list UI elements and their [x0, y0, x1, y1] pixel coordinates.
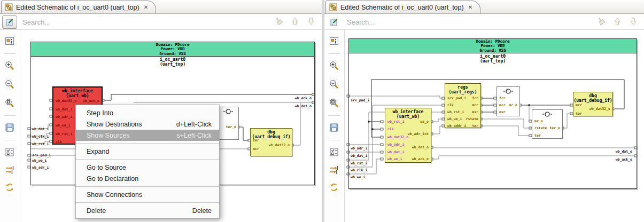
refresh-button[interactable] — [327, 180, 342, 194]
port-label[interactable]: mr_o — [509, 104, 517, 107]
gate-symbol-icon — [223, 109, 233, 114]
port-label[interactable]: we_o — [420, 120, 429, 124]
search-next-icon[interactable] — [629, 17, 638, 26]
zoom-fit-button[interactable] — [2, 96, 17, 110]
port-label[interactable]: mcr — [499, 104, 506, 107]
port-label[interactable]: msr — [472, 110, 478, 114]
menu-item-go-to-source[interactable]: Go to Source — [76, 162, 219, 173]
tab-title: Edited Schematic of i_oc_uart0 (uart_top… — [16, 4, 139, 11]
schematic-canvas[interactable]: Domain: PDcore Power: VDD Ground: VSS i_… — [345, 30, 644, 222]
properties-icon — [329, 36, 339, 46]
port-label[interactable]: wb_dat32_o — [269, 144, 290, 147]
menu-item-show-connections[interactable]: Show Connections — [76, 189, 219, 200]
menu-item-go-to-declaration[interactable]: Go to Declaration — [76, 173, 219, 184]
clear-search-icon[interactable] — [596, 17, 606, 26]
port-label[interactable]: fcr — [472, 97, 478, 100]
port-label[interactable]: mcr — [472, 104, 478, 107]
port-label[interactable]: wb_dat32_o — [56, 99, 76, 103]
zoom-out-button[interactable] — [327, 77, 342, 91]
port-label[interactable]: wb_adr_i — [56, 115, 72, 119]
port-label[interactable]: clk — [447, 104, 454, 107]
zoom-in-button[interactable] — [2, 59, 17, 73]
port-label[interactable]: wb_dat32_o — [387, 136, 408, 139]
port-label[interactable]: ter — [534, 134, 541, 138]
port-label[interactable]: wb_dat_o — [412, 146, 429, 149]
toolbar-separator — [328, 115, 340, 116]
menu-item-delete[interactable]: DeleteDelete — [76, 205, 219, 216]
tab-edited-schematic[interactable]: Edited Schematic of i_oc_uart0 (uart_top… — [1, 1, 156, 13]
port-label[interactable]: mcr — [576, 104, 582, 107]
block-dbg[interactable]: dbg (uart_debug_if) mcr ter wb_dat32_o — [573, 92, 613, 116]
search-filter-button[interactable] — [2, 15, 17, 29]
properties-button[interactable] — [327, 34, 342, 48]
port-label[interactable]: wb_we_i — [447, 117, 462, 121]
block-symbol[interactable]: mr_o rstate ter ter_o — [532, 109, 563, 139]
show-ports-button[interactable] — [2, 163, 17, 177]
block-dbg[interactable]: dbg (uart_debug_if) ter mcr wb_dat32_o — [250, 128, 292, 156]
save-button[interactable] — [327, 121, 342, 134]
refresh-button[interactable] — [2, 180, 17, 194]
menu-item-expand[interactable]: Expand — [76, 146, 219, 157]
port-label[interactable]: wb_rst_i — [447, 110, 464, 114]
search-input[interactable] — [346, 15, 551, 28]
zoom-fit-button[interactable] — [327, 96, 342, 110]
show-ports-button[interactable] — [327, 163, 342, 177]
port-label[interactable]: wb_dat32_o — [589, 107, 610, 111]
schematic-toolbar — [324, 30, 345, 222]
block-title: dbg — [251, 129, 292, 134]
block-symbol[interactable]: fcr mcr msr mr_o — [496, 86, 520, 116]
port-label[interactable]: msr — [499, 110, 506, 114]
view-options-button[interactable] — [327, 145, 342, 159]
port-label[interactable]: clk — [56, 140, 62, 144]
port-label[interactable]: wb_dat_i — [387, 150, 404, 154]
port-label[interactable]: ter — [253, 139, 259, 142]
port-label[interactable]: clk — [387, 128, 394, 131]
tab-close-icon[interactable]: ✕ — [144, 4, 148, 10]
port-label[interactable]: ter — [576, 112, 582, 116]
port-arrows-icon — [4, 164, 15, 175]
port-label[interactable]: wb_ack_o — [83, 99, 99, 103]
menu-item-show-destinations[interactable]: Show Destinationsd+Left-Click — [76, 118, 219, 130]
tab-edited-schematic[interactable]: Edited Schematic of i_oc_uart0 (uart_top… — [325, 1, 480, 13]
tab-close-icon[interactable]: ✕ — [468, 4, 472, 10]
search-input[interactable] — [21, 15, 227, 28]
block-title: wb_interface — [385, 108, 431, 114]
search-filter-button[interactable] — [327, 15, 342, 29]
zoom-out-button[interactable] — [2, 77, 17, 91]
port-label[interactable]: fcr — [499, 97, 506, 100]
view-options-button[interactable] — [2, 145, 17, 159]
port-label[interactable]: wb_adr_int — [408, 132, 429, 136]
clear-search-icon[interactable] — [274, 17, 283, 26]
menu-item-step-into[interactable]: Step Into — [76, 107, 219, 118]
port-label[interactable]: wb_adr_i — [387, 143, 404, 147]
search-previous-icon[interactable] — [613, 17, 622, 26]
port-label[interactable]: ter_o — [549, 126, 560, 130]
search-next-icon[interactable] — [307, 17, 315, 26]
block-regs[interactable]: regs (uart_regs) srx_pad_i clk wb_rst_i … — [445, 83, 481, 128]
port-label[interactable]: ter — [472, 124, 478, 128]
port-label[interactable]: srx_pad_i — [447, 97, 466, 100]
port-label[interactable]: rstate — [466, 117, 478, 121]
port-label[interactable]: wb_rst_i — [387, 120, 404, 124]
port-label[interactable]: ter_o — [226, 125, 236, 129]
port-label[interactable]: wb_dat_i — [56, 108, 72, 112]
port-label[interactable]: wb_rst_i — [56, 132, 72, 136]
port-label[interactable]: wb_we_i — [56, 124, 70, 128]
zoom-in-button[interactable] — [327, 59, 342, 73]
port-label[interactable]: wb_ack_o — [412, 157, 429, 161]
port-label[interactable]: mcr — [253, 147, 259, 151]
schematic-canvas[interactable]: Domain: PDcore Power: VDD Ground: VSS i_… — [20, 30, 322, 222]
port-label[interactable]: mr_o — [534, 120, 543, 123]
instance-label: i_oc_uart0 (uart_top) — [31, 57, 314, 67]
port-label[interactable]: rstate — [534, 126, 547, 130]
properties-button[interactable] — [2, 34, 17, 48]
search-previous-icon[interactable] — [291, 17, 299, 26]
port-label[interactable]: wb_addr_i — [447, 124, 466, 128]
save-button[interactable] — [2, 121, 17, 134]
block-symbol[interactable]: ter_o — [218, 107, 239, 140]
editor-panel-right: Edited Schematic of i_oc_uart0 (uart_top… — [324, 0, 644, 222]
port-label[interactable]: wb_we_i — [387, 157, 402, 161]
menu-item-show-sources[interactable]: Show Sourcess+Left-Click — [76, 130, 219, 141]
block-wb-interface[interactable]: wb_interface (uart_wb) wb_rst_i clk wb_d… — [385, 108, 431, 163]
refresh-icon — [4, 182, 15, 193]
